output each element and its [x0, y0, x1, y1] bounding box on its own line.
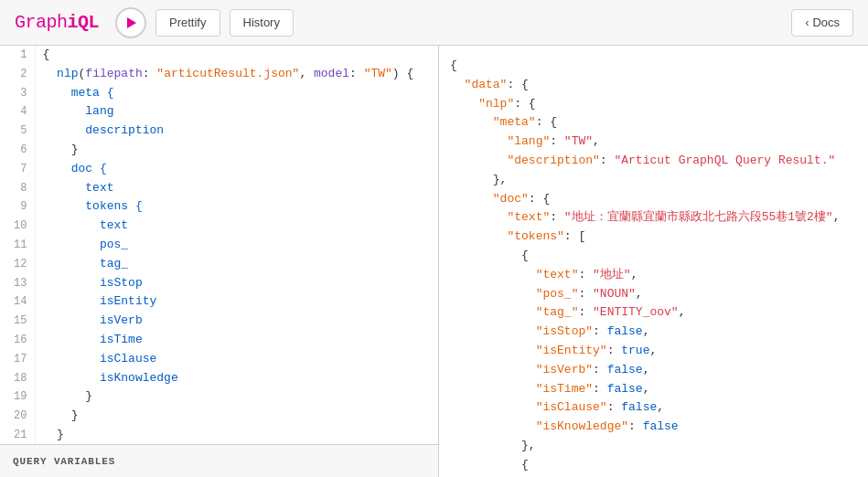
query-variables-label: QUERY VARIABLES [13, 456, 115, 467]
main-area: 1{2 nlp(filepath: "articutResult.json", … [0, 46, 868, 477]
docs-button[interactable]: ‹ Docs [791, 9, 853, 37]
result-pane[interactable]: { "data": { "nlp": { "meta": { "lang": "… [439, 46, 868, 477]
table-row: 19 } [0, 387, 438, 407]
table-row: 20 } [0, 407, 438, 426]
line-number: 15 [0, 312, 35, 331]
line-content: isVerb [35, 312, 438, 331]
run-button[interactable] [115, 7, 146, 38]
line-content: doc { [35, 160, 438, 179]
line-content: text [35, 217, 438, 236]
table-row: 6 } [0, 141, 438, 160]
line-number: 14 [0, 292, 35, 312]
line-content: tokens { [35, 197, 438, 217]
line-content: isEntity [35, 292, 438, 312]
line-number: 17 [0, 350, 35, 369]
table-row: 11 pos_ [0, 236, 438, 255]
line-number: 12 [0, 255, 35, 274]
play-icon [124, 16, 137, 29]
table-row: 8 text [0, 179, 438, 198]
table-row: 4 lang [0, 102, 438, 122]
table-row: 15 isVerb [0, 312, 438, 331]
line-number: 3 [0, 84, 35, 103]
line-content: description [35, 122, 438, 141]
table-row: 12 tag_ [0, 255, 438, 274]
svg-marker-0 [127, 17, 136, 28]
line-content: meta { [35, 84, 438, 103]
line-number: 4 [0, 102, 35, 122]
table-row: 14 isEntity [0, 292, 438, 312]
table-row: 18 isKnowledge [0, 369, 438, 388]
line-content: } [35, 407, 438, 426]
result-code: { "data": { "nlp": { "meta": { "lang": "… [439, 49, 868, 477]
query-variables-bar[interactable]: QUERY VARIABLES [0, 444, 438, 477]
line-content: } [35, 141, 438, 160]
line-content: isClause [35, 350, 438, 369]
table-row: 7 doc { [0, 160, 438, 179]
line-number: 1 [0, 46, 35, 65]
line-number: 11 [0, 236, 35, 255]
table-row: 1{ [0, 46, 438, 65]
line-content: tag_ [35, 255, 438, 274]
logo-bold: iQL [68, 12, 100, 33]
table-row: 5 description [0, 122, 438, 141]
logo: GraphiQL [15, 12, 99, 33]
line-content: } [35, 387, 438, 407]
editor-table: 1{2 nlp(filepath: "articutResult.json", … [0, 46, 438, 444]
line-number: 20 [0, 407, 35, 426]
table-row: 17 isClause [0, 350, 438, 369]
chevron-left-icon: ‹ [805, 16, 809, 29]
line-content: lang [35, 102, 438, 122]
table-row: 13 isStop [0, 274, 438, 293]
line-number: 16 [0, 331, 35, 350]
editor-pane: 1{2 nlp(filepath: "articutResult.json", … [0, 46, 439, 477]
line-number: 7 [0, 160, 35, 179]
line-content: isTime [35, 331, 438, 350]
line-number: 8 [0, 179, 35, 198]
table-row: 16 isTime [0, 331, 438, 350]
line-content: } [35, 426, 438, 444]
line-number: 6 [0, 141, 35, 160]
line-content: { [35, 46, 438, 65]
line-content: isKnowledge [35, 369, 438, 388]
line-number: 19 [0, 387, 35, 407]
line-number: 5 [0, 122, 35, 141]
history-button[interactable]: History [230, 9, 294, 37]
line-content: isStop [35, 274, 438, 293]
header: GraphiQL Prettify History ‹ Docs [0, 0, 868, 46]
line-content: pos_ [35, 236, 438, 255]
table-row: 2 nlp(filepath: "articutResult.json", mo… [0, 65, 438, 84]
line-number: 10 [0, 217, 35, 236]
table-row: 9 tokens { [0, 197, 438, 217]
line-number: 9 [0, 197, 35, 217]
line-number: 18 [0, 369, 35, 388]
line-content: text [35, 179, 438, 198]
prettify-button[interactable]: Prettify [155, 9, 220, 37]
line-number: 2 [0, 65, 35, 84]
table-row: 10 text [0, 217, 438, 236]
line-number: 13 [0, 274, 35, 293]
table-row: 21 } [0, 426, 438, 444]
line-content: nlp(filepath: "articutResult.json", mode… [35, 65, 438, 84]
line-number: 21 [0, 426, 35, 444]
table-row: 3 meta { [0, 84, 438, 103]
code-editor[interactable]: 1{2 nlp(filepath: "articutResult.json", … [0, 46, 438, 444]
